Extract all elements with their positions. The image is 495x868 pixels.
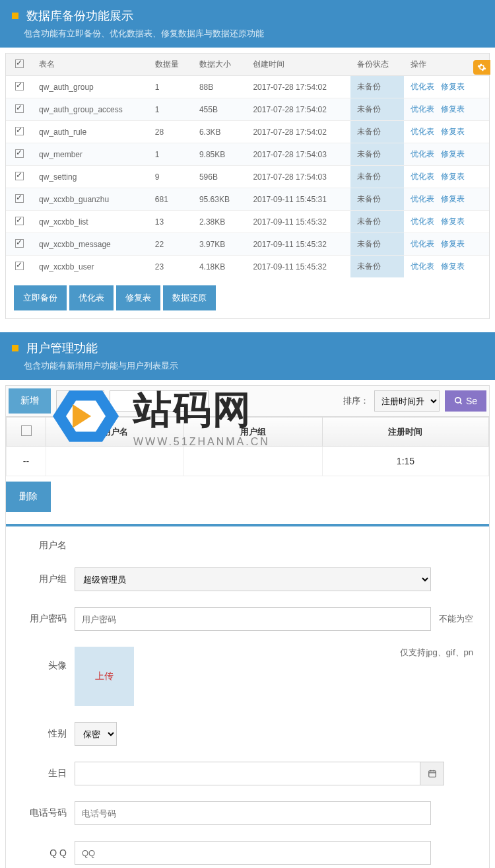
cell-time: 2017-07-28 17:54:03 (246, 166, 350, 188)
cell-name: qw_xcxbb_user (32, 256, 148, 278)
sort-label: 排序： (343, 395, 369, 407)
cell-size: 88B (193, 76, 246, 98)
search-button[interactable]: Se (445, 390, 486, 412)
db-action-button[interactable]: 优化表 (69, 285, 114, 310)
table-row: qw_xcxbb_list 13 2.38KB 2017-09-11 15:45… (6, 211, 489, 233)
cell-size: 6.3KB (193, 121, 246, 143)
optimize-link[interactable]: 优化表 (411, 149, 434, 159)
checkbox-header[interactable] (7, 417, 46, 447)
gender-select[interactable]: 保密 (75, 722, 117, 746)
cell-size: 596B (193, 166, 246, 188)
user-form: 用户名 用户组 超级管理员 用户密码 不能为空 头像 上传 仅支持jpg、gif… (6, 526, 489, 868)
birthday-input[interactable] (75, 762, 420, 785)
row-checkbox[interactable] (15, 239, 24, 248)
repair-link[interactable]: 修复表 (441, 104, 465, 114)
optimize-link[interactable]: 优化表 (411, 127, 434, 136)
cell-count: 9 (148, 166, 193, 188)
delete-button[interactable]: 删除 (6, 482, 51, 512)
checkbox-all[interactable] (15, 59, 24, 68)
row-checkbox[interactable] (15, 127, 24, 135)
calendar-icon[interactable] (420, 762, 444, 785)
cell-status: 未备份 (350, 98, 404, 121)
optimize-link[interactable]: 优化表 (411, 239, 434, 248)
svg-line-1 (460, 402, 462, 404)
section-title: 用户管理功能 (26, 342, 98, 355)
repair-link[interactable]: 修复表 (441, 127, 465, 136)
cell-name: qw_auth_group_access (32, 98, 148, 121)
repair-link[interactable]: 修复表 (441, 239, 465, 248)
db-table: 表名数据量数据大小创建时间备份状态操作 qw_auth_group 1 88B … (6, 54, 489, 277)
row-checkbox[interactable] (15, 82, 24, 90)
db-action-button[interactable]: 数据还原 (163, 285, 216, 310)
cell-name: qw_xcxbb_message (32, 233, 148, 256)
row-cell: -- (7, 447, 46, 476)
gear-icon[interactable] (473, 60, 490, 75)
cell-status: 未备份 (350, 76, 404, 98)
optimize-link[interactable]: 优化表 (411, 217, 434, 226)
optimize-link[interactable]: 优化表 (411, 172, 434, 181)
repair-link[interactable]: 修复表 (441, 149, 465, 159)
toolbar: 新增 用户名 排序： 注册时间升 Se (6, 386, 489, 417)
table-row: qw_member 1 9.85KB 2017-07-28 17:54:03 未… (6, 143, 489, 166)
db-col-header (6, 54, 32, 76)
add-button[interactable]: 新增 (9, 388, 51, 414)
filter-select[interactable]: 用户名 (56, 390, 104, 412)
repair-link[interactable]: 修复表 (441, 194, 465, 203)
row-checkbox[interactable] (15, 104, 24, 113)
label-username: 用户名 (22, 540, 67, 552)
db-col-header: 表名 (32, 54, 148, 76)
cell-size: 455B (193, 98, 246, 121)
optimize-link[interactable]: 优化表 (411, 194, 434, 203)
cell-time: 2017-09-11 15:45:32 (246, 233, 350, 256)
optimize-link[interactable]: 优化表 (411, 82, 434, 91)
cell-actions: 优化表 修复表 (404, 211, 489, 233)
user-panel: 新增 用户名 排序： 注册时间升 Se 用户名 用户组 注册时间 -- 1:15 (5, 385, 490, 868)
group-select[interactable]: 超级管理员 (75, 567, 431, 591)
cell-count: 681 (148, 188, 193, 211)
repair-link[interactable]: 修复表 (441, 82, 465, 91)
password-hint: 不能为空 (439, 613, 473, 625)
row-checkbox[interactable] (15, 149, 24, 158)
repair-link[interactable]: 修复表 (441, 262, 465, 271)
row-cell (46, 447, 184, 476)
row-checkbox[interactable] (15, 172, 24, 180)
svg-point-0 (455, 398, 461, 403)
row-checkbox[interactable] (15, 262, 24, 270)
db-backup-section: 数据库备份功能展示 包含功能有立即备份、优化数据表、修复数据库与数据还原功能 表… (0, 0, 495, 319)
col-username: 用户名 (46, 417, 184, 447)
repair-link[interactable]: 修复表 (441, 217, 465, 226)
cell-time: 2017-07-28 17:54:02 (246, 121, 350, 143)
filter-input[interactable] (110, 390, 209, 412)
table-row: qw_xcxbb_user 23 4.18KB 2017-09-11 15:45… (6, 256, 489, 278)
optimize-link[interactable]: 优化表 (411, 104, 434, 114)
optimize-link[interactable]: 优化表 (411, 262, 434, 271)
section-title: 数据库备份功能展示 (26, 9, 133, 22)
phone-input[interactable] (75, 801, 431, 825)
upload-button[interactable]: 上传 (75, 647, 134, 706)
db-col-header: 数据大小 (193, 54, 246, 76)
repair-link[interactable]: 修复表 (441, 172, 465, 181)
sort-select[interactable]: 注册时间升 (374, 390, 440, 412)
cell-count: 22 (148, 233, 193, 256)
cell-actions: 优化表 修复表 (404, 98, 489, 121)
qq-input[interactable] (75, 841, 431, 865)
cell-actions: 优化表 修复表 (404, 121, 489, 143)
cell-status: 未备份 (350, 233, 404, 256)
cell-status: 未备份 (350, 188, 404, 211)
user-mgmt-section: 用户管理功能 包含功能有新增用户功能与用户列表显示 新增 用户名 排序： 注册时… (0, 332, 495, 868)
row-checkbox[interactable] (15, 217, 24, 225)
cell-size: 9.85KB (193, 143, 246, 166)
db-action-button[interactable]: 修复表 (116, 285, 160, 310)
cell-time: 2017-07-28 17:54:03 (246, 143, 350, 166)
cell-status: 未备份 (350, 143, 404, 166)
db-action-button[interactable]: 立即备份 (14, 285, 67, 310)
row-checkbox[interactable] (15, 194, 24, 203)
section-header: 数据库备份功能展示 包含功能有立即备份、优化数据表、修复数据库与数据还原功能 (0, 0, 495, 48)
bullet-icon (12, 345, 18, 351)
password-input[interactable] (75, 607, 431, 631)
user-table: 用户名 用户组 注册时间 -- 1:15 (6, 417, 489, 476)
svg-rect-2 (428, 771, 436, 777)
cell-actions: 优化表 修复表 (404, 76, 489, 98)
cell-name: qw_xcxbb_guanzhu (32, 188, 148, 211)
cell-time: 2017-07-28 17:54:02 (246, 76, 350, 98)
